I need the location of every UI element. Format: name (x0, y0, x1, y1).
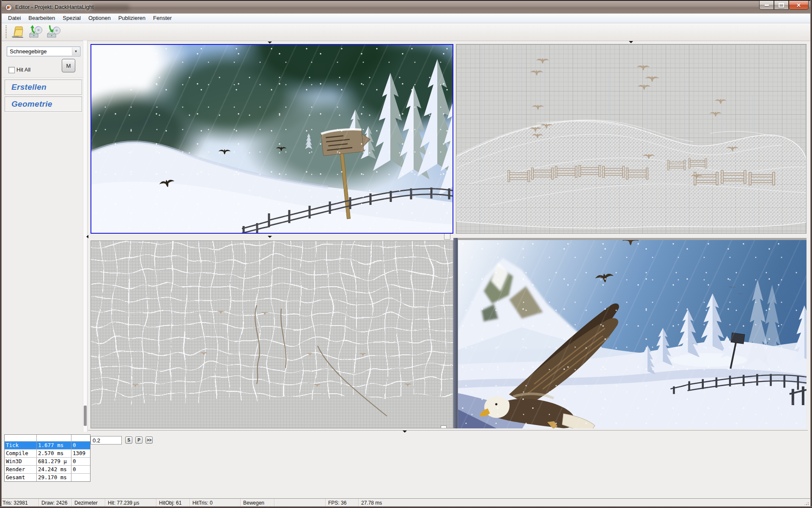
sidebar-section-erstellen[interactable]: Erstellen (5, 80, 82, 95)
close-icon: ✕ (796, 3, 801, 8)
flight-paths (255, 305, 387, 416)
status-hit-time: Hit: 77.239 µs (105, 499, 156, 507)
viewport-wireframe-top[interactable] (91, 240, 453, 428)
snowfall-overlay (458, 240, 807, 428)
pause-button[interactable]: P (135, 436, 143, 444)
status-draw: Draw: 2426 (39, 499, 72, 507)
menu-datei[interactable]: Datei (4, 14, 25, 23)
area-select-value: Schneegebirge (10, 48, 47, 55)
redacted-title-suffix (91, 5, 129, 11)
window-border (0, 506, 812, 508)
splitter-collapse-arrow[interactable] (403, 431, 407, 433)
status-hitobj: HitObj: 61 (156, 499, 190, 507)
table-row-tick[interactable]: Tick 1.677 ms 0 (5, 442, 90, 450)
table-row-render[interactable]: Render 24.242 ms 0 (5, 466, 90, 474)
menu-spezial[interactable]: Spezial (59, 14, 85, 23)
menu-bar: Datei Bearbeiten Spezial Optionen Publiz… (2, 14, 810, 23)
table-header-row (5, 435, 90, 442)
step-button[interactable]: S (125, 436, 132, 444)
viewport-vertical-splitter[interactable] (453, 238, 458, 428)
viewport-wireframe-perspective[interactable] (456, 44, 807, 234)
save-to-disc-icon[interactable] (46, 25, 61, 39)
fast-forward-button[interactable]: >> (145, 436, 153, 444)
status-hittris: HitTris: 0 (190, 499, 241, 507)
table-row-compile[interactable]: Compile 2.570 ms 1309 (5, 450, 90, 458)
step-value-input[interactable] (91, 436, 122, 444)
wireframe-terrain (456, 44, 806, 233)
table-row-win3d[interactable]: Win3D 681.279 µ 0 (5, 458, 90, 466)
app-icon (5, 4, 12, 11)
title-bar[interactable]: Editor - Projekt: DackHantaLight ✕ (0, 0, 812, 14)
viewport-corner-box (441, 425, 447, 428)
status-unit: Dezimeter (72, 499, 105, 507)
sidebar-section-geometrie[interactable]: Geometrie (5, 97, 82, 112)
viewport-bottom-splitter[interactable] (88, 430, 808, 431)
splitter-collapse-arrow[interactable] (268, 236, 272, 238)
menu-fenster[interactable]: Fenster (149, 14, 176, 23)
window-border (810, 0, 812, 508)
menu-publizieren[interactable]: Publizieren (115, 14, 149, 23)
toolbar-grip[interactable] (5, 25, 7, 38)
menu-bearbeiten[interactable]: Bearbeiten (25, 14, 59, 23)
splitter-collapse-arrow[interactable] (86, 235, 88, 238)
eagle-markers (132, 310, 411, 387)
profiler-table[interactable]: Tick 1.677 ms 0 Compile 2.570 ms 1309 Wi… (4, 434, 91, 482)
viewport-scene-render[interactable] (458, 238, 807, 428)
status-empty (274, 499, 326, 507)
top-view-overlay (91, 241, 453, 428)
viewport-camera-render-active[interactable] (91, 44, 453, 234)
status-bar: Tris: 32981 Draw: 2426 Dezimeter Hit: 77… (0, 498, 812, 507)
load-from-disc-icon[interactable] (28, 25, 43, 39)
minimize-icon (765, 5, 769, 6)
table-row-gesamt[interactable]: Gesamt 29.170 ms (5, 474, 90, 481)
m-button[interactable]: M (62, 59, 75, 72)
close-button[interactable]: ✕ (789, 1, 809, 10)
sidebar-divider (3, 77, 83, 78)
status-tris: Tris: 32981 (0, 499, 39, 507)
scrollbar-thumb[interactable] (84, 406, 87, 426)
open-project-folder-icon[interactable] (10, 25, 25, 39)
hit-all-checkbox[interactable] (8, 67, 15, 73)
status-mode: Bewegen (241, 499, 274, 507)
status-frame-time: 27.78 ms (359, 499, 812, 507)
window-title: Editor - Projekt: DackHantaLight (15, 4, 94, 10)
snowfall-overlay (91, 45, 453, 233)
toolbar (2, 23, 810, 41)
window-border (0, 0, 2, 508)
splitter-collapse-arrow[interactable] (629, 41, 633, 43)
status-fps: FPS: 36 (326, 499, 359, 507)
chevron-down-icon: ▼ (72, 47, 80, 55)
area-select-dropdown[interactable]: Schneegebirge ▼ (7, 47, 80, 56)
maximize-button[interactable] (774, 1, 789, 10)
menu-optionen[interactable]: Optionen (85, 14, 115, 23)
hit-all-label: Hit All (16, 66, 30, 73)
maximize-icon (779, 3, 784, 8)
minimize-button[interactable] (759, 1, 774, 10)
splitter-collapse-arrow[interactable] (268, 41, 272, 44)
